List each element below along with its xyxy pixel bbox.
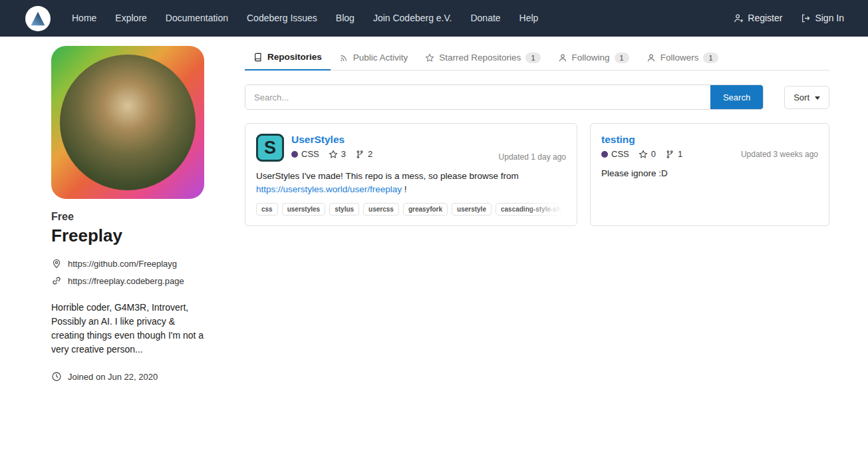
- repo-forks[interactable]: 2: [355, 149, 372, 159]
- mountain-icon: [29, 10, 47, 27]
- register-button[interactable]: Register: [726, 0, 790, 37]
- nav-item-help[interactable]: Help: [510, 0, 548, 37]
- repo-meta-row: CSS 0: [601, 149, 682, 159]
- profile-sidebar: Free Freeplay https://github.com/Freepla…: [51, 46, 204, 382]
- topic-tag[interactable]: userstyle: [452, 203, 492, 216]
- profile-website-link-2[interactable]: https://freeplay.codeberg.page: [51, 275, 204, 286]
- topic-tag[interactable]: greasyfork: [403, 203, 448, 216]
- repo-updated: Updated 1 day ago: [499, 152, 566, 162]
- tab-starred-repositories[interactable]: Starred Repositories 1: [416, 46, 549, 71]
- description-text: !: [402, 184, 407, 194]
- language-label: CSS: [611, 149, 629, 159]
- search-button[interactable]: Search: [710, 85, 763, 109]
- repo-forks[interactable]: 1: [665, 149, 682, 159]
- nav-item-documentation[interactable]: Documentation: [156, 0, 237, 37]
- star-icon: [329, 150, 338, 159]
- nav-item-donate[interactable]: Donate: [461, 0, 509, 37]
- repo-stars[interactable]: 3: [329, 149, 346, 159]
- fork-count: 1: [678, 149, 682, 159]
- repo-description: Please ignore :D: [601, 167, 818, 180]
- chevron-down-icon: [815, 96, 820, 100]
- nav-item-join-codeberg[interactable]: Join Codeberg e.V.: [364, 0, 462, 37]
- language-label: CSS: [301, 149, 319, 159]
- nav-item-blog[interactable]: Blog: [327, 0, 364, 37]
- sign-in-icon: [801, 13, 811, 23]
- profile-main: Repositories Public Activity Starred Rep…: [245, 46, 829, 226]
- nav-item-explore[interactable]: Explore: [106, 0, 156, 37]
- repo-card-testing: testing CSS 0: [590, 123, 829, 226]
- language-dot: [291, 151, 298, 158]
- sort-dropdown[interactable]: Sort: [784, 86, 829, 109]
- fork-count: 2: [368, 149, 372, 159]
- description-link[interactable]: https://userstyles.world/user/freeplay: [256, 184, 402, 194]
- rss-icon: [339, 53, 349, 63]
- profile-avatar[interactable]: [51, 46, 204, 199]
- tab-repositories[interactable]: Repositories: [245, 46, 331, 71]
- search-group: Search: [245, 84, 764, 110]
- profile-display-name: Free: [51, 211, 204, 223]
- tab-label: Following: [572, 53, 610, 63]
- tab-label: Repositories: [267, 52, 322, 62]
- clock-icon: [51, 371, 62, 382]
- tab-label: Public Activity: [353, 53, 408, 63]
- description-text: UserStyles I've made! This repo is a mes…: [256, 171, 519, 181]
- profile-website-link-1[interactable]: https://github.com/Freeplayg: [51, 258, 204, 269]
- repository-list: S UserStyles CSS: [245, 123, 829, 226]
- profile-link-text: https://freeplay.codeberg.page: [68, 276, 184, 286]
- tab-label: Starred Repositories: [439, 53, 521, 63]
- star-count: 3: [341, 149, 346, 159]
- sign-in-label: Sign In: [815, 0, 844, 37]
- profile-joined-text: Joined on Jun 22, 2020: [68, 372, 158, 382]
- link-icon: [51, 275, 62, 286]
- repo-card-header: S UserStyles CSS: [256, 134, 566, 162]
- fork-icon: [665, 150, 674, 159]
- repo-avatar: S: [256, 134, 284, 162]
- repo-updated: Updated 3 weeks ago: [741, 150, 818, 159]
- nav-item-home[interactable]: Home: [63, 0, 106, 37]
- profile-bio: Horrible coder, G4M3R, Introvert, Possib…: [51, 301, 204, 357]
- topic-tag[interactable]: stylus: [329, 203, 359, 216]
- topic-tag[interactable]: css: [256, 203, 278, 216]
- topic-tag[interactable]: userstyles: [282, 203, 325, 216]
- repo-language: CSS: [601, 149, 629, 159]
- register-label: Register: [748, 0, 782, 37]
- repo-search-row: Search Sort: [245, 84, 829, 110]
- repo-language: CSS: [291, 149, 319, 159]
- topic-tag[interactable]: usercss: [363, 203, 399, 216]
- tab-following[interactable]: Following 1: [549, 46, 638, 71]
- language-dot: [601, 151, 608, 158]
- sort-label: Sort: [794, 92, 809, 102]
- repo-meta-row: CSS 3: [291, 149, 372, 159]
- sign-in-button[interactable]: Sign In: [793, 0, 852, 37]
- repo-card-userstyles: S UserStyles CSS: [245, 123, 577, 226]
- repo-stars[interactable]: 0: [639, 149, 656, 159]
- top-navbar: Home Explore Documentation Codeberg Issu…: [0, 0, 868, 37]
- tab-followers[interactable]: Followers 1: [638, 46, 727, 71]
- navbar-auth-area: Register Sign In: [726, 0, 852, 37]
- repo-icon: [253, 53, 263, 62]
- search-input[interactable]: [245, 85, 710, 109]
- repo-description: UserStyles I've made! This repo is a mes…: [256, 170, 566, 196]
- star-count: 0: [651, 149, 656, 159]
- tab-public-activity[interactable]: Public Activity: [331, 46, 417, 71]
- fork-icon: [355, 150, 364, 159]
- codeberg-logo[interactable]: [25, 6, 51, 31]
- tab-count-badge: 1: [703, 53, 718, 63]
- profile-joined: Joined on Jun 22, 2020: [51, 371, 204, 382]
- location-icon: [51, 258, 62, 269]
- person-icon: [558, 53, 567, 63]
- repo-title-link[interactable]: UserStyles: [291, 134, 372, 146]
- person-plus-icon: [734, 13, 744, 23]
- profile-tabs: Repositories Public Activity Starred Rep…: [245, 46, 829, 71]
- tab-count-badge: 1: [615, 53, 629, 63]
- profile-page: Free Freeplay https://github.com/Freepla…: [0, 37, 868, 382]
- topic-tag[interactable]: cascading-style-sh: [496, 203, 566, 216]
- star-icon: [639, 150, 648, 159]
- profile-link-text: https://github.com/Freeplayg: [68, 259, 177, 269]
- repo-title-link[interactable]: testing: [601, 134, 682, 146]
- profile-username: Freeplay: [51, 226, 204, 246]
- repo-card-header: testing CSS 0: [601, 134, 818, 159]
- nav-item-codeberg-issues[interactable]: Codeberg Issues: [237, 0, 327, 37]
- tab-label: Followers: [660, 53, 699, 63]
- tab-count-badge: 1: [525, 53, 540, 63]
